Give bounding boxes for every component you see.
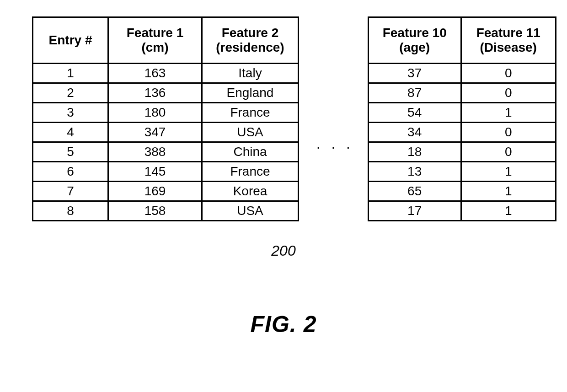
cell-feature11: 1 [461,201,556,221]
table-row: 34 0 [368,123,556,142]
cell-feature1: 145 [108,162,202,182]
table-row: 18 0 [368,142,556,162]
cell-entry: 7 [33,182,108,201]
cell-feature10: 65 [368,182,461,201]
cell-feature1: 158 [108,201,202,221]
cell-feature11: 0 [461,64,556,83]
table-row: 65 1 [368,182,556,201]
table-row: 1 163 Italy [33,64,299,83]
cell-feature10: 17 [368,201,461,221]
col-feature11-header: Feature 11(Disease) [461,17,556,64]
figure-page: Entry # Feature 1(cm) Feature 2(residenc… [0,0,567,392]
figure-caption: FIG. 2 [0,311,567,338]
cell-feature1: 388 [108,142,202,162]
cell-entry: 8 [33,201,108,221]
cell-feature2: England [202,83,299,103]
cell-feature2: China [202,142,299,162]
cell-feature10: 37 [368,64,461,83]
col-feature10-header: Feature 10(age) [368,17,461,64]
ellipsis-indicator: . . . [316,86,354,152]
cell-feature2: Italy [202,64,299,83]
cell-entry: 4 [33,123,108,142]
tables-container: Entry # Feature 1(cm) Feature 2(residenc… [32,16,556,221]
cell-feature1: 163 [108,64,202,83]
table-row: 7 169 Korea [33,182,299,201]
right-table: Feature 10(age) Feature 11(Disease) 37 0… [368,16,556,221]
cell-feature11: 1 [461,103,556,123]
cell-feature2: France [202,162,299,182]
cell-feature10: 13 [368,162,461,182]
cell-feature2: Korea [202,182,299,201]
table-row: 37 0 [368,64,556,83]
cell-feature1: 180 [108,103,202,123]
cell-entry: 6 [33,162,108,182]
cell-feature11: 1 [461,162,556,182]
cell-feature11: 1 [461,182,556,201]
cell-feature10: 18 [368,142,461,162]
table-row: 8 158 USA [33,201,299,221]
cell-feature11: 0 [461,142,556,162]
cell-feature2: France [202,103,299,123]
cell-feature10: 87 [368,83,461,103]
reference-number: 200 [0,242,567,259]
table-row: 4 347 USA [33,123,299,142]
table-row: 2 136 England [33,83,299,103]
cell-entry: 5 [33,142,108,162]
cell-feature1: 347 [108,123,202,142]
cell-feature2: USA [202,123,299,142]
table-row: 6 145 France [33,162,299,182]
table-row: 87 0 [368,83,556,103]
col-entry-header: Entry # [33,17,108,64]
cell-feature10: 54 [368,103,461,123]
col-feature1-header: Feature 1(cm) [108,17,202,64]
table-row: 13 1 [368,162,556,182]
table-header-row: Feature 10(age) Feature 11(Disease) [368,17,556,64]
cell-entry: 2 [33,83,108,103]
col-feature2-header: Feature 2(residence) [202,17,299,64]
cell-feature11: 0 [461,123,556,142]
left-table: Entry # Feature 1(cm) Feature 2(residenc… [32,16,299,221]
cell-feature1: 169 [108,182,202,201]
cell-feature2: USA [202,201,299,221]
table-row: 17 1 [368,201,556,221]
cell-feature11: 0 [461,83,556,103]
table-row: 54 1 [368,103,556,123]
cell-feature1: 136 [108,83,202,103]
table-row: 3 180 France [33,103,299,123]
table-header-row: Entry # Feature 1(cm) Feature 2(residenc… [33,17,299,64]
cell-entry: 3 [33,103,108,123]
table-row: 5 388 China [33,142,299,162]
cell-feature10: 34 [368,123,461,142]
cell-entry: 1 [33,64,108,83]
